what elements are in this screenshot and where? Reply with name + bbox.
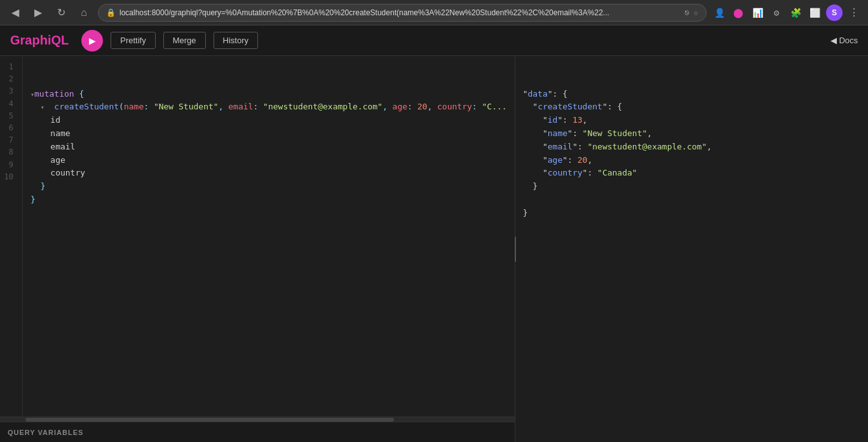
extension-icon-1[interactable]: 👤 — [712, 5, 727, 20]
query-variables-bar[interactable]: QUERY VARIABLES — [0, 422, 515, 442]
horizontal-scrollbar[interactable] — [0, 417, 515, 422]
line-num: 7 — [0, 134, 18, 146]
result-line-8: } — [523, 181, 538, 191]
code-line-3: ▾ createStudent(name: "New Student", ema… — [31, 102, 507, 111]
query-variables-label: QUERY VARIABLES — [8, 429, 83, 436]
forward-button[interactable]: ▶ — [29, 4, 47, 22]
scrollbar-thumb[interactable] — [25, 418, 394, 422]
refresh-button[interactable]: ↻ — [52, 4, 70, 22]
code-line-6: email — [31, 142, 75, 151]
extension-icon-2[interactable]: ⬤ — [731, 5, 746, 20]
result-line-6: "age": 20, — [523, 155, 593, 165]
line-num: 3 — [0, 85, 18, 97]
line-num: 8 — [0, 146, 18, 158]
result-line-3: "id": 13, — [523, 115, 588, 125]
panel-divider[interactable] — [513, 56, 518, 442]
line-num: 1 — [0, 61, 18, 73]
code-line-7: age — [31, 155, 65, 165]
extension-icon-3[interactable]: 📊 — [750, 5, 765, 20]
address-text: localhost:8000/graphiql?query=%0Amutatio… — [119, 8, 609, 17]
extension-icon-5[interactable]: 🧩 — [788, 5, 803, 20]
code-line-4: id — [31, 115, 60, 125]
editor-panel: 1 2 3 4 5 6 7 8 9 10 ▾mutation { ▾ creat… — [0, 56, 515, 442]
browser-chrome: ◀ ▶ ↻ ⌂ 🔒 localhost:8000/graphiql?query=… — [0, 0, 868, 25]
bookmark-icon[interactable]: ☆ — [693, 8, 698, 17]
docs-button[interactable]: ◀ Docs — [831, 36, 858, 45]
profile-avatar[interactable]: S — [826, 4, 843, 21]
result-area: "data": { "createStudent": { "id": 13, "… — [515, 56, 868, 442]
result-line-1: "data": { — [523, 89, 567, 99]
code-editor: 1 2 3 4 5 6 7 8 9 10 ▾mutation { ▾ creat… — [0, 56, 515, 417]
editor-area[interactable]: 1 2 3 4 5 6 7 8 9 10 ▾mutation { ▾ creat… — [0, 56, 515, 417]
kebab-menu[interactable]: ⋮ — [846, 4, 862, 21]
line-num: 9 — [0, 159, 18, 171]
prettify-button[interactable]: Prettify — [111, 32, 155, 49]
app-logo: GraphiQL — [10, 33, 69, 48]
line-num: 5 — [0, 110, 18, 122]
code-line-5: name — [31, 128, 71, 138]
window-icon[interactable]: ⬜ — [807, 5, 822, 20]
main-area: 1 2 3 4 5 6 7 8 9 10 ▾mutation { ▾ creat… — [0, 56, 868, 442]
result-line-2: "createStudent": { — [523, 102, 623, 111]
run-icon: ▶ — [89, 36, 96, 46]
address-bar[interactable]: 🔒 localhost:8000/graphiql?query=%0Amutat… — [98, 4, 707, 22]
browser-icons: 👤 ⬤ 📊 ⚙ 🧩 ⬜ S ⋮ — [712, 4, 862, 21]
divider-visual — [515, 237, 516, 262]
line-num: 2 — [0, 73, 18, 85]
code-line-10: } — [31, 195, 36, 204]
code-line-8: country — [31, 168, 85, 177]
merge-button[interactable]: Merge — [163, 32, 206, 49]
run-button[interactable]: ▶ — [81, 30, 103, 52]
home-button[interactable]: ⌂ — [75, 4, 93, 22]
line-numbers: 1 2 3 4 5 6 7 8 9 10 — [0, 56, 23, 417]
result-line-10: } — [523, 208, 528, 218]
code-line-1 — [31, 76, 36, 85]
code-content[interactable]: ▾mutation { ▾ createStudent(name: "New S… — [23, 56, 515, 417]
result-line-7: "country": "Canada" — [523, 168, 637, 177]
line-num: 4 — [0, 98, 18, 110]
graphiql-header: GraphiQL ▶ Prettify Merge History ◀ Docs — [0, 25, 868, 56]
history-button[interactable]: History — [214, 32, 258, 49]
extension-icon-4[interactable]: ⚙ — [769, 5, 784, 20]
line-num: 10 — [0, 171, 18, 183]
result-line-4: "name": "New Student", — [523, 128, 653, 138]
share-icon[interactable]: ⎋ — [684, 8, 689, 17]
result-line-5: "email": "newstudent@example.com", — [523, 142, 712, 151]
code-line-9: } — [31, 181, 45, 191]
line-num: 6 — [0, 122, 18, 134]
result-panel: "data": { "createStudent": { "id": 13, "… — [515, 56, 868, 442]
code-line-2: ▾mutation { — [31, 89, 84, 99]
back-button[interactable]: ◀ — [6, 4, 24, 22]
